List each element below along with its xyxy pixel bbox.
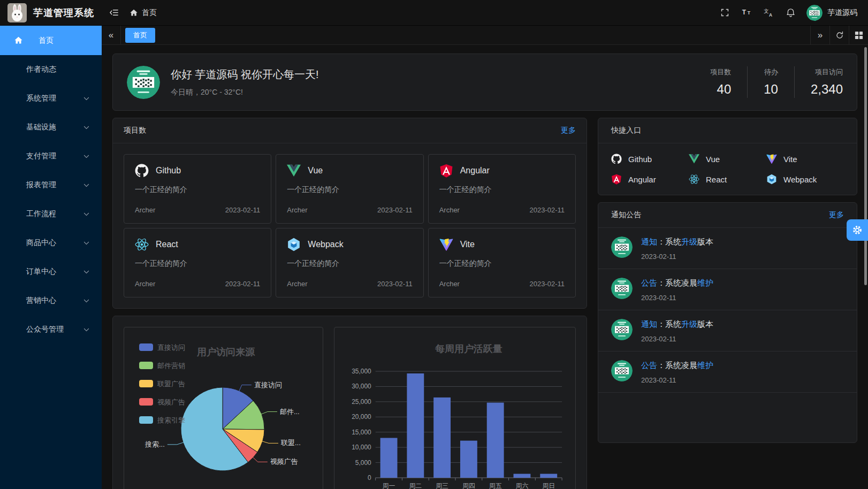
svg-text:30,000: 30,000 <box>352 383 371 390</box>
svg-text:周一: 周一 <box>383 482 395 489</box>
project-tile[interactable]: Vite 一个正经的简介 Archer 2023-02-11 <box>428 228 576 297</box>
project-tile[interactable]: Vue 一个正经的简介 Archer 2023-02-11 <box>276 154 423 224</box>
views-grid-icon[interactable] <box>849 26 868 44</box>
svg-text:文: 文 <box>764 8 769 14</box>
notice-date: 2023-02-11 <box>641 294 713 302</box>
svg-text:搜索引擎: 搜索引擎 <box>157 416 185 424</box>
sidebar-item[interactable]: 商品中心 <box>0 228 102 257</box>
theme-settings-button[interactable] <box>847 219 868 241</box>
tab-home[interactable]: 首页 <box>125 28 155 43</box>
gear-icon <box>852 225 863 235</box>
shortcuts-card: 快捷入口 Github <box>598 118 857 195</box>
sidebar-item[interactable]: 订单中心 <box>0 257 102 286</box>
angular-icon <box>439 164 453 178</box>
sidebar-item-label: 作者动态 <box>26 65 56 74</box>
svg-text:10,000: 10,000 <box>352 444 371 451</box>
sidebar-item[interactable]: 营销中心 <box>0 286 102 315</box>
sidebar-item[interactable]: 首页 <box>0 26 102 55</box>
tabs-scroll-left-icon[interactable]: « <box>102 26 121 44</box>
github-icon <box>135 164 149 178</box>
user-qr-avatar <box>127 66 160 99</box>
refresh-icon[interactable] <box>829 26 849 44</box>
bar-chart[interactable]: 05,00010,00015,00020,00025,00030,00035,0… <box>334 327 576 489</box>
project-author: Archer <box>135 280 155 288</box>
project-name: Webpack <box>308 240 343 249</box>
shortcut-item[interactable]: Github <box>611 154 689 164</box>
project-name: Vue <box>308 166 323 175</box>
shortcut-label: Github <box>628 155 652 164</box>
sidebar-item-label: 系统管理 <box>26 94 56 103</box>
breadcrumb-item: 首页 <box>142 8 157 18</box>
sidebar-item-label: 营销中心 <box>26 296 56 305</box>
svg-text:直接访问: 直接访问 <box>254 381 282 389</box>
notice-item[interactable]: 通知：系统升级版本 2023-02-11 <box>598 228 857 269</box>
svg-text:5,000: 5,000 <box>355 459 371 467</box>
breadcrumb[interactable]: 首页 <box>130 8 157 18</box>
react-icon <box>689 174 699 185</box>
angular-icon <box>611 174 622 185</box>
react-icon <box>135 238 149 251</box>
svg-text:邮件...: 邮件... <box>280 408 300 416</box>
shortcut-item[interactable]: Vite <box>766 154 844 164</box>
app-root: 芋道管理系统 首页 TT文A 芋道源码 首页 <box>0 0 868 489</box>
project-author: Archer <box>439 206 460 214</box>
project-tile[interactable]: Angular 一个正经的简介 Archer 2023-02-11 <box>428 154 576 224</box>
sidebar-item[interactable]: 系统管理 <box>0 84 102 113</box>
sidebar-item[interactable]: 公众号管理 <box>0 315 102 344</box>
menu-fold-icon[interactable] <box>108 7 120 19</box>
qr-icon <box>611 236 633 258</box>
notice-title: 通知：系统升级版本 <box>641 319 713 330</box>
notices-more-link[interactable]: 更多 <box>829 210 844 220</box>
svg-text:周二: 周二 <box>409 482 422 489</box>
project-desc: 一个正经的简介 <box>135 185 260 195</box>
sidebar-item-label: 订单中心 <box>26 267 56 277</box>
chevron-down-icon <box>83 124 90 131</box>
notice-item[interactable]: 公告：系统凌晨维护 2023-02-11 <box>598 269 857 310</box>
project-author: Archer <box>439 280 460 288</box>
project-tile[interactable]: React 一个正经的简介 Archer 2023-02-11 <box>124 228 271 297</box>
svg-text:周四: 周四 <box>462 482 475 489</box>
vertical-scrollbar[interactable] <box>864 47 867 285</box>
notices-title: 通知公告 <box>611 210 641 220</box>
project-author: Archer <box>135 206 155 214</box>
chevron-down-icon <box>83 95 90 102</box>
user-avatar <box>806 5 823 21</box>
font-size-icon[interactable]: TT <box>741 7 752 19</box>
notice-title: 通知：系统升级版本 <box>641 237 713 247</box>
shortcut-item[interactable]: Webpack <box>766 174 844 185</box>
sidebar-item-label: 支付管理 <box>26 151 56 161</box>
user-menu[interactable]: 芋道源码 <box>806 5 857 21</box>
project-date: 2023-02-11 <box>529 280 565 288</box>
notice-item[interactable]: 公告：系统凌晨维护 2023-02-11 <box>598 352 857 393</box>
tabs-scroll-right-icon[interactable]: » <box>810 26 829 44</box>
shortcut-item[interactable]: Angular <box>611 174 689 185</box>
projects-more-link[interactable]: 更多 <box>561 126 576 135</box>
shortcut-item[interactable]: Vue <box>689 154 766 164</box>
notice-item[interactable]: 通知：系统升级版本 2023-02-11 <box>598 310 857 352</box>
sidebar-item[interactable]: 报表管理 <box>0 171 102 200</box>
sidebar-item[interactable]: 作者动态 <box>0 55 102 84</box>
sidebar-item[interactable]: 工作流程 <box>0 200 102 228</box>
locale-icon[interactable]: 文A <box>763 7 774 19</box>
home-icon <box>14 36 23 45</box>
project-tile[interactable]: Webpack 一个正经的简介 Archer 2023-02-11 <box>276 228 423 297</box>
svg-text:周日: 周日 <box>542 482 555 489</box>
shortcuts-title: 快捷入口 <box>611 126 641 135</box>
user-name: 芋道源码 <box>827 8 857 18</box>
project-name: Angular <box>460 166 490 175</box>
shortcut-item[interactable]: React <box>689 174 766 185</box>
charts-card: 直接访问邮件...联盟...视频广告搜索...直接访问邮件营销联盟广告视频广告搜… <box>112 316 587 489</box>
project-tile[interactable]: Github 一个正经的简介 Archer 2023-02-11 <box>124 154 271 224</box>
bell-icon[interactable] <box>785 7 796 19</box>
svg-text:周三: 周三 <box>436 482 448 489</box>
pie-chart[interactable]: 直接访问邮件...联盟...视频广告搜索...直接访问邮件营销联盟广告视频广告搜… <box>124 327 323 489</box>
tabs: 首页 <box>121 26 810 44</box>
fullscreen-icon[interactable] <box>719 7 730 19</box>
svg-text:邮件营销: 邮件营销 <box>157 362 185 370</box>
svg-text:用户访问来源: 用户访问来源 <box>196 347 255 357</box>
svg-text:周五: 周五 <box>489 482 502 489</box>
project-date: 2023-02-11 <box>225 206 261 214</box>
sidebar-item[interactable]: 基础设施 <box>0 113 102 142</box>
stat-label: 项目访问 <box>811 67 843 77</box>
sidebar-item[interactable]: 支付管理 <box>0 142 102 171</box>
